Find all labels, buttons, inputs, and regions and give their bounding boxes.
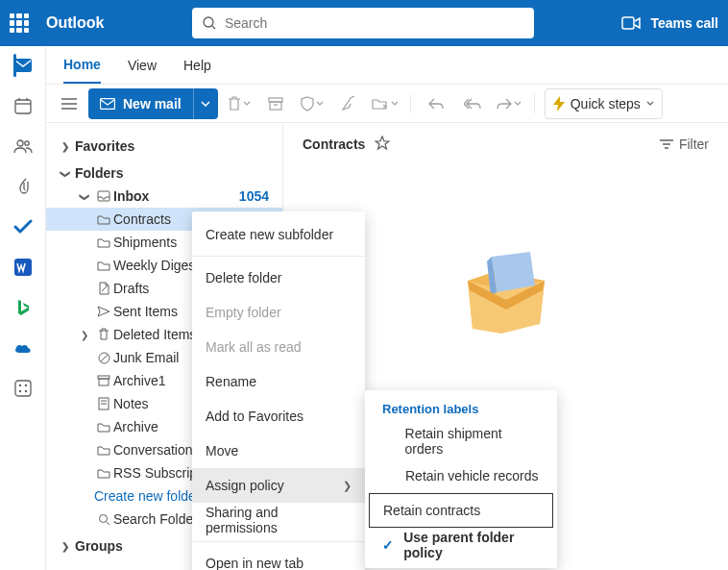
chevron-down-icon (243, 101, 251, 106)
filter-label: Filter (679, 136, 709, 152)
search-input[interactable] (225, 15, 524, 31)
shield-icon (301, 96, 314, 112)
left-app-rail (0, 46, 46, 570)
policy-retain-vehicle[interactable]: Retain vehicle records (365, 458, 557, 493)
ctx-create-subfolder[interactable]: Create new subfolder (192, 217, 365, 252)
svg-rect-3 (14, 59, 32, 72)
ctx-open-new-tab[interactable]: Open in new tab (192, 546, 365, 570)
inbox-icon (94, 190, 113, 202)
tab-home[interactable]: Home (63, 46, 101, 84)
filter-button[interactable]: Filter (660, 136, 709, 152)
notes-icon (94, 397, 113, 410)
chevron-down-icon (316, 101, 324, 106)
filter-icon (660, 139, 673, 149)
ribbon-tabs: Home View Help (46, 46, 728, 85)
favorite-star-icon[interactable] (375, 136, 390, 154)
ctx-empty-folder: Empty folder (192, 295, 365, 330)
svg-point-15 (24, 390, 26, 392)
folder-icon (94, 260, 113, 271)
policy-use-parent[interactable]: ✓Use parent folder policy (365, 528, 557, 562)
sweep-button[interactable] (333, 90, 364, 117)
archive-icon (268, 97, 283, 111)
forward-button[interactable] (494, 90, 524, 117)
svg-line-33 (107, 522, 109, 525)
lightning-icon (553, 96, 565, 112)
tab-view[interactable]: View (128, 46, 157, 84)
new-mail-label: New mail (123, 96, 182, 112)
folder-move-icon (372, 97, 389, 111)
search-icon (94, 513, 113, 526)
archive-button[interactable] (260, 90, 291, 117)
rail-files-icon[interactable] (13, 177, 33, 196)
rail-onedrive-icon[interactable] (13, 338, 33, 358)
new-mail-dropdown[interactable] (193, 88, 218, 119)
rail-todo-icon[interactable] (13, 217, 33, 236)
favorites-label: Favorites (75, 138, 282, 154)
favorites-section[interactable]: ❯Favorites (46, 135, 282, 158)
trash-icon (228, 96, 241, 112)
search-box[interactable] (192, 8, 534, 38)
ctx-separator (192, 541, 365, 542)
quick-steps-button[interactable]: Quick steps (545, 88, 663, 119)
toolbar: New mail Quick steps (46, 85, 728, 123)
rail-word-icon[interactable] (13, 258, 33, 277)
chevron-down-icon (514, 101, 522, 106)
app-header: Outlook Teams call (0, 0, 728, 46)
reply-icon (428, 98, 444, 110)
moveto-button[interactable] (370, 90, 400, 117)
ctx-sharing[interactable]: Sharing and permissions (192, 503, 365, 537)
folder-icon (94, 422, 113, 433)
nav-toggle-icon[interactable] (56, 90, 83, 117)
rail-people-icon[interactable] (13, 136, 33, 156)
svg-point-8 (17, 140, 23, 146)
folder-icon (94, 468, 113, 479)
svg-point-9 (24, 141, 28, 145)
folder-icon (94, 237, 113, 248)
svg-rect-28 (99, 379, 109, 385)
rail-bing-icon[interactable] (13, 298, 33, 317)
ctx-rename[interactable]: Rename (192, 364, 365, 399)
folder-inbox[interactable]: ❯Inbox1054 (46, 185, 282, 208)
report-button[interactable] (297, 90, 328, 117)
svg-line-23 (351, 96, 354, 98)
folder-icon (94, 445, 113, 456)
rail-more-apps-icon[interactable] (13, 379, 33, 398)
folders-section[interactable]: ❯Folders (46, 161, 282, 185)
video-icon (621, 16, 641, 30)
reply-all-button[interactable] (457, 90, 488, 117)
ctx-delete-folder[interactable]: Delete folder (192, 260, 365, 295)
chevron-down-icon (201, 101, 210, 107)
new-mail-main[interactable]: New mail (88, 96, 193, 112)
list-title: Contracts (303, 136, 365, 152)
trash-icon (94, 328, 113, 341)
list-header: Contracts Filter (283, 123, 728, 165)
drafts-icon (94, 282, 113, 295)
svg-point-32 (99, 514, 107, 522)
rail-calendar-icon[interactable] (13, 96, 33, 115)
quick-steps-label: Quick steps (570, 96, 641, 112)
policy-retain-contracts[interactable]: Retain contracts (369, 493, 553, 528)
app-launcher-icon[interactable] (10, 13, 29, 33)
reply-button[interactable] (421, 90, 451, 117)
ctx-separator (192, 256, 365, 257)
svg-line-1 (212, 26, 215, 29)
policy-retain-shipment[interactable]: Retain shipment orders (365, 424, 557, 458)
mail-icon (100, 98, 115, 110)
tab-help[interactable]: Help (183, 46, 211, 84)
svg-point-13 (24, 384, 26, 386)
new-mail-button[interactable]: New mail (88, 88, 218, 119)
forward-icon (497, 98, 512, 110)
folders-label: Folders (75, 165, 282, 181)
ctx-assign-policy[interactable]: Assign policy❯ (192, 468, 365, 503)
toolbar-separator (534, 94, 535, 113)
broom-icon (341, 96, 356, 112)
svg-rect-19 (101, 98, 115, 109)
ctx-move[interactable]: Move (192, 434, 365, 468)
delete-button[interactable] (224, 90, 255, 117)
rail-mail-icon[interactable] (13, 56, 33, 75)
inbox-count: 1054 (239, 188, 282, 204)
assign-policy-submenu: Retention labels Retain shipment orders … (365, 390, 557, 568)
toolbar-separator (410, 94, 411, 113)
ctx-add-favorites[interactable]: Add to Favorites (192, 399, 365, 434)
teams-call-button[interactable]: Teams call (621, 15, 718, 31)
